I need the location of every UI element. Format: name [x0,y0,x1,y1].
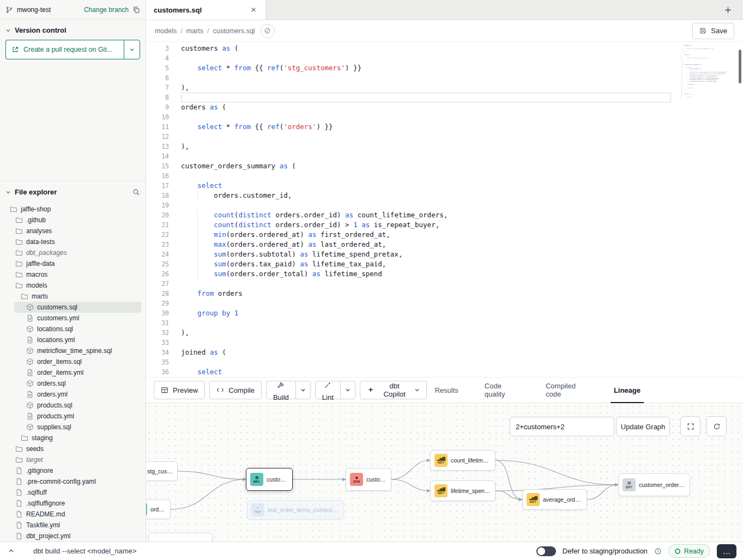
tree-item[interactable]: orders.sql [0,378,146,389]
lineage-node-customers_model[interactable]: ▦MDLcustomers [246,468,293,491]
code-line[interactable]: 26 sum(orders.order_total) as lifetime_s… [146,269,743,279]
breadcrumb-item[interactable]: marts [186,27,203,35]
code-line[interactable]: 19 [146,200,743,210]
tree-item[interactable]: models [0,280,146,291]
tree-item[interactable]: .gitignore [0,465,146,476]
lineage-panel[interactable]: ▦MDLstg_customers▦MDLorders▦MDLcustomers… [146,403,743,541]
lineage-node-test_order_items[interactable]: ✓TSTtest_order_items_compute_to_bools... [247,500,344,520]
editor-tab-customers-sql[interactable]: customers.sql [146,0,266,20]
lineage-node-orders[interactable]: ▦MDLorders [146,500,171,519]
compile-button[interactable]: Compile [209,381,262,399]
code-line[interactable]: 27 [146,279,743,289]
tab-results[interactable]: Results [431,378,461,403]
code-line[interactable]: 18 orders.customer_id, [146,191,743,200]
copy-icon[interactable] [132,6,140,14]
tree-item[interactable]: .pre-commit-config.yaml [0,476,146,487]
lineage-node-partial_bottom[interactable] [148,533,213,541]
tree-item[interactable]: locations.yml [0,334,146,345]
code-line[interactable]: 4 [146,53,743,63]
code-line[interactable]: 5 select * from {{ ref('stg_customers') … [146,63,743,73]
code-line[interactable]: 12 [146,132,743,142]
update-graph-button[interactable]: Update Graph [616,417,670,436]
close-tab-icon[interactable] [249,5,258,14]
breadcrumb-item[interactable]: models [155,27,177,35]
lineage-node-average_order_value[interactable]: ▂▅▇METaverage_order_value [522,489,587,510]
code-line[interactable]: 33 [146,338,743,348]
info-icon[interactable] [654,547,662,555]
tree-item[interactable]: jaffle-shop [0,204,146,215]
search-icon[interactable] [132,188,140,196]
tree-item[interactable]: macros [0,269,146,280]
tree-item[interactable]: customers.sql [14,302,141,313]
lineage-selector-input[interactable] [510,417,614,436]
create-pr-dropdown[interactable] [124,40,140,59]
tab-code-quality[interactable]: Code quality [481,378,523,403]
tree-item[interactable]: target [0,454,146,465]
refresh-icon[interactable] [706,416,727,436]
tree-item[interactable]: metricflow_time_spine.sql [0,345,146,356]
code-line[interactable]: 22 min(orders.ordered_at) as first_order… [146,230,743,240]
scrollbar-thumb[interactable] [739,50,741,83]
code-line[interactable]: 28 from orders [146,289,743,299]
tree-item[interactable]: customers.yml [0,313,146,324]
code-line[interactable]: 11 select * from {{ ref('orders') }} [146,122,743,132]
code-line[interactable]: 16 [146,171,743,181]
tab-compiled-code[interactable]: Compiled code [542,378,591,403]
code-line[interactable]: 31 [146,318,743,328]
code-line[interactable]: 29 [146,299,743,308]
lineage-node-count_lifetime_orders[interactable]: ▂▅▇METcount_lifetime_orders [430,450,496,471]
chevron-up-icon[interactable] [7,546,16,556]
tree-item[interactable]: products.sql [0,400,146,411]
code-line[interactable]: 24 sum(orders.subtotal) as lifetime_spen… [146,249,743,259]
overflow-menu-button[interactable]: … [717,544,736,558]
code-line[interactable]: 13), [146,142,743,151]
lint-dropdown[interactable] [340,381,355,399]
tree-item[interactable]: seeds [0,443,146,454]
code-line[interactable]: 30 group by 1 [146,308,743,318]
tree-item[interactable]: dbt_project.yml [0,531,146,541]
lineage-node-customers_sem[interactable]: ◆SEMcustomers [346,468,391,491]
code-line[interactable]: 6 [146,73,743,83]
code-line[interactable]: 20 count(distinct orders.order_id) as co… [146,210,743,220]
code-editor[interactable]: 3customers as (45 select * from {{ ref('… [146,42,743,377]
code-line[interactable]: 3customers as ( [146,44,743,53]
editor-options-icon[interactable] [261,24,275,38]
version-control-header[interactable]: Version control [0,20,146,40]
lineage-node-lifetime_spend_pretax[interactable]: ▂▅▇METlifetime_spend_pretax [430,480,496,501]
tree-item[interactable]: order_items.yml [0,367,146,378]
code-line[interactable]: 10 [146,112,743,122]
tree-item[interactable]: .sqlfluff [0,487,146,498]
tree-item[interactable]: .github [0,215,146,226]
tree-item[interactable]: order_items.sql [0,356,146,367]
tree-item[interactable]: Taskfile.yml [0,520,146,531]
tree-item[interactable]: staging [0,433,146,443]
tree-item[interactable]: locations.sql [0,324,146,334]
code-line[interactable]: 32), [146,328,743,338]
create-pr-button[interactable]: Create a pull request on Git... [5,40,124,59]
preview-button[interactable]: Preview [154,381,205,399]
tree-item[interactable]: marts [0,291,146,302]
defer-toggle[interactable] [536,546,556,556]
lineage-node-stg_customers[interactable]: ▦MDLstg_customers [146,461,178,481]
code-line[interactable]: 36 select [146,367,743,377]
lineage-node-customer_order_metrics[interactable]: ▤QRYcustomer_order_metrics [618,473,690,496]
change-branch-link[interactable]: Change branch [84,6,129,14]
code-line[interactable]: 9orders as ( [146,102,743,112]
minimap[interactable]: 3customers as (45 select * from {{ ref('… [679,45,729,109]
code-line[interactable]: 35 [146,357,743,367]
code-line[interactable]: 34joined as ( [146,348,743,357]
tree-item[interactable]: README.md [0,509,146,520]
tree-item[interactable]: supplies.sql [0,422,146,433]
code-line[interactable]: 7), [146,83,743,93]
code-line[interactable]: 23 max(orders.ordered_at) as last_ordere… [146,240,743,249]
code-line[interactable]: 14 [146,151,743,161]
new-tab-button[interactable] [721,5,735,15]
tree-item[interactable]: orders.yml [0,389,146,400]
code-line[interactable]: 8 [146,93,743,102]
dbt-copilot-button[interactable]: dbt Copilot [360,381,427,399]
tree-item[interactable]: analyses [0,226,146,236]
tab-lineage[interactable]: Lineage [611,378,644,403]
file-explorer-header[interactable]: File explorer [0,181,146,202]
save-button[interactable]: Save [692,23,734,39]
code-line[interactable]: 17 select [146,181,743,191]
